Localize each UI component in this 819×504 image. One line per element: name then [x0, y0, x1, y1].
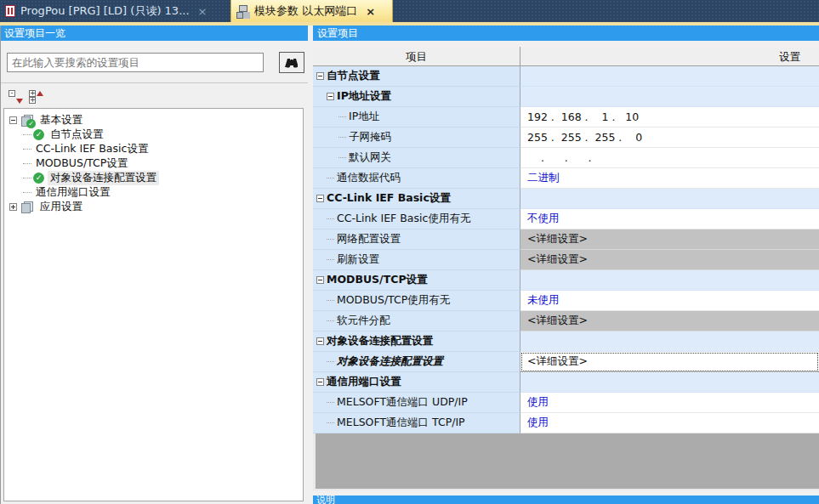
- tree-item-label: 通信用端口设置: [33, 185, 113, 200]
- tab-module-parameter-ethernet[interactable]: 模块参数 以太网端口 ×: [230, 0, 393, 22]
- folder-plain-icon: [21, 201, 34, 213]
- row-connector: [327, 402, 334, 403]
- check-icon: ✓: [33, 173, 44, 184]
- binoculars-icon: [285, 57, 299, 69]
- tree-item-modbus-tcp[interactable]: MODBUS/TCP设置: [4, 156, 303, 171]
- row-label: 默认网关: [349, 150, 391, 165]
- tree-connector: [23, 178, 31, 178]
- row-connector: [327, 300, 334, 301]
- table-row-modbus-use[interactable]: MODBUS/TCP使用有无 未使用: [313, 291, 819, 311]
- collapse-expander-icon[interactable]: [327, 93, 334, 100]
- tree-item-application-settings[interactable]: 应用设置: [4, 200, 303, 214]
- row-connector: [338, 116, 346, 117]
- row-value: <详细设置>: [527, 252, 588, 267]
- tab-progpou-close-icon[interactable]: ×: [195, 6, 211, 17]
- tree-item-label: 自节点设置: [48, 127, 106, 142]
- table-row-group[interactable]: 自节点设置: [313, 66, 819, 87]
- tree-item-own-node[interactable]: ✓ 自节点设置: [4, 127, 303, 142]
- row-value: <详细设置>: [527, 232, 588, 246]
- collapse-expander-icon[interactable]: [316, 72, 324, 80]
- table-row-comm-data-code[interactable]: 通信数据代码 二进制: [313, 168, 819, 189]
- table-row-melsoft-tcp[interactable]: MELSOFT通信端口 TCP/IP 使用: [313, 413, 819, 433]
- table-row-melsoft-udp[interactable]: MELSOFT通信端口 UDP/IP 使用: [313, 393, 819, 413]
- tree-item-label: 应用设置: [37, 200, 85, 214]
- settings-item-list-header: 设置项目一览: [0, 25, 308, 41]
- row-label: 对象设备连接配置设置: [337, 354, 443, 369]
- expand-all-icon[interactable]: ++: [29, 90, 43, 104]
- tree-connector: [23, 163, 31, 164]
- tree-item-label: 基本设置: [37, 113, 85, 127]
- row-label: 刷新设置: [337, 252, 379, 267]
- collapse-expander-icon[interactable]: [316, 195, 324, 202]
- tree-connector: [23, 149, 31, 150]
- document-tab-bar: ProgPou [PRG] [LD] (只读) 13... × 模块参数 以太网…: [0, 0, 819, 22]
- expand-expander-icon[interactable]: [9, 203, 17, 211]
- row-value: 不使用: [527, 212, 560, 226]
- table-row-network-config[interactable]: 网络配置设置 <详细设置>: [313, 229, 819, 250]
- tree-item-basic-settings[interactable]: ✓ 基本设置: [4, 113, 303, 127]
- search-input[interactable]: [7, 53, 264, 72]
- row-connector: [327, 361, 334, 362]
- row-connector: [327, 218, 334, 219]
- tab-module-parameter-label: 模块参数 以太网端口: [254, 3, 357, 19]
- row-value: 255 . 255 . 255 . 0: [527, 131, 642, 144]
- module-parameter-window: ProgPou [PRG] [LD] (只读) 13... × 模块参数 以太网…: [0, 0, 819, 504]
- table-row-group[interactable]: CC-Link IEF Basic设置: [313, 189, 819, 209]
- collapse-expander-icon[interactable]: [316, 337, 324, 345]
- settings-table: 项目 设置 自节点设置 IP地址设置 IP地址 192 . 168 . 1 . …: [313, 46, 819, 433]
- row-connector: [338, 157, 346, 158]
- row-value: 使用: [527, 395, 549, 410]
- table-row-target-device-config[interactable]: 对象设备连接配置设置 <详细设置>: [313, 352, 819, 372]
- collapse-all-icon[interactable]: -: [9, 90, 23, 104]
- row-label: MELSOFT通信端口 UDP/IP: [337, 395, 468, 410]
- row-label: IP地址设置: [337, 89, 391, 104]
- tab-progpou[interactable]: ProgPou [PRG] [LD] (只读) 13... ×: [0, 0, 228, 22]
- table-row-group[interactable]: MODBUS/TCP设置: [313, 270, 819, 291]
- tab-module-parameter-close-icon[interactable]: ×: [362, 6, 378, 17]
- row-connector: [327, 178, 334, 178]
- collapse-expander-icon[interactable]: [9, 116, 17, 124]
- window-edge: [0, 25, 1, 504]
- tree-toolbar: - ++: [0, 82, 308, 108]
- table-row-refresh-settings[interactable]: 刷新设置 <详细设置>: [313, 250, 819, 270]
- row-value: 192 . 168 . 1 . 10: [527, 110, 639, 123]
- module-parameter-icon: [236, 5, 249, 17]
- row-label: MODBUS/TCP设置: [327, 273, 428, 287]
- tree-item-label: 对象设备连接配置设置: [48, 171, 159, 185]
- row-label: 软元件分配: [337, 314, 390, 328]
- tree-item-communication-port[interactable]: 通信用端口设置: [4, 185, 303, 200]
- table-row-subnet-mask[interactable]: 子网掩码 255 . 255 . 255 . 0: [313, 127, 819, 148]
- column-header-item: 项目: [313, 47, 520, 65]
- settings-item-header: 设置项目: [313, 25, 819, 41]
- column-header-setting: 设置: [520, 47, 819, 65]
- tree-item-target-device-config[interactable]: ✓ 对象设备连接配置设置: [4, 171, 303, 185]
- check-icon: ✓: [33, 129, 44, 140]
- row-label: 通信用端口设置: [327, 375, 401, 389]
- row-label: 子网掩码: [349, 130, 391, 144]
- row-label: CC-Link IEF Basic使用有无: [337, 212, 470, 226]
- table-empty-area: [313, 433, 819, 490]
- table-row-group[interactable]: 通信用端口设置: [313, 372, 819, 393]
- row-label: IP地址: [349, 110, 379, 124]
- table-row-device-assignment[interactable]: 软元件分配 <详细设置>: [313, 311, 819, 331]
- table-row-group[interactable]: 对象设备连接配置设置: [313, 331, 819, 352]
- search-button[interactable]: [279, 52, 304, 73]
- tree-item-cclink-ief-basic[interactable]: CC-Link IEF Basic设置: [4, 142, 303, 156]
- tab-progpou-label: ProgPou [PRG] [LD] (只读) 13...: [20, 3, 190, 19]
- collapse-expander-icon[interactable]: [316, 378, 324, 386]
- row-connector: [327, 259, 334, 260]
- row-connector: [327, 320, 334, 321]
- row-value: <详细设置>: [527, 354, 588, 369]
- row-value: . . .: [527, 151, 592, 164]
- collapse-expander-icon[interactable]: [316, 276, 324, 284]
- tree-connector: [23, 192, 31, 193]
- tree-connector: [23, 134, 31, 135]
- table-row-cclink-use[interactable]: CC-Link IEF Basic使用有无 不使用: [313, 209, 819, 229]
- table-row-default-gateway[interactable]: 默认网关 . . .: [313, 148, 819, 168]
- row-value: 未使用: [527, 293, 560, 308]
- table-row-group[interactable]: IP地址设置: [313, 87, 819, 107]
- row-label: 对象设备连接配置设置: [327, 334, 433, 348]
- table-header-row: 项目 设置: [313, 46, 819, 66]
- table-row-ip-address[interactable]: IP地址 192 . 168 . 1 . 10: [313, 107, 819, 127]
- row-label: 网络配置设置: [337, 232, 401, 246]
